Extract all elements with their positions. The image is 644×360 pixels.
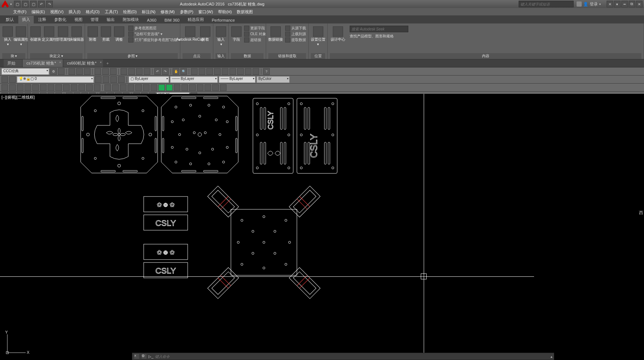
help-icon[interactable]: ▾ [614,1,621,7]
tb-icon[interactable] [103,76,109,83]
plotstyle-dropdown[interactable]: ByColor [257,76,290,83]
app-menu-dropdown[interactable]: ▾ [10,3,12,6]
modify-icon[interactable] [55,84,62,91]
tab-cs660[interactable]: cs660机架 鲤鱼*× [63,59,103,67]
tb-icon[interactable] [191,68,198,75]
osnap-icon[interactable] [104,84,111,91]
modify-icon[interactable] [25,84,31,91]
menu-item[interactable]: 格式(O) [84,8,102,15]
edit-attr-button[interactable]: 编辑属性▾ [15,26,26,47]
color-dropdown[interactable]: ▢ ByLayer [129,76,169,83]
new-tab-button[interactable]: ＋ [104,60,111,66]
ribbon-tab[interactable]: 默认 [2,16,18,23]
viewcube[interactable]: 西 [639,210,643,216]
tb-icon[interactable] [206,68,213,75]
exchange-icon[interactable]: ✕ [607,1,613,7]
hyperlink-button[interactable]: 超链接 [244,37,266,43]
frames-vary-button[interactable]: *边框可变选项* ▾ [128,32,180,37]
ribbon-tab[interactable]: 参数化 [51,16,70,23]
menu-item[interactable]: 参数(P) [178,8,196,15]
modify-icon[interactable] [71,84,77,91]
open-icon[interactable] [76,68,83,75]
menu-item[interactable]: 文件(F) [11,8,29,15]
import-button[interactable]: 输入▾ [216,26,227,47]
modify-icon[interactable] [94,84,100,91]
osnap-icon[interactable] [158,84,165,91]
command-input[interactable] [155,355,549,359]
osnap-icon[interactable] [135,84,142,91]
seek-search-input[interactable] [350,26,408,32]
modify-icon[interactable] [9,84,16,91]
osnap-icon[interactable] [205,84,211,91]
attach-button[interactable]: 附着 [87,26,98,42]
preview-icon[interactable] [102,68,109,75]
field-button[interactable]: 字段 [231,26,242,42]
tab-start[interactable]: 开始 [4,59,22,67]
define-attr-button[interactable]: 定义属性 [43,26,55,42]
cut-icon[interactable] [121,68,127,75]
osnap-icon[interactable] [212,84,219,91]
help-search-input[interactable] [519,1,574,7]
cmd-expand-icon[interactable]: ▴ [551,355,552,359]
minimize-button[interactable]: ━ [621,1,628,7]
download-source-button[interactable]: 从源下载 [285,26,306,31]
drawing-canvas[interactable]: [−][俯视][二维线框] 西 [0,94,644,360]
qat-undo-icon[interactable]: ↶ [38,1,45,7]
insert-block-button[interactable]: 插入▾ [2,26,13,47]
undo-icon[interactable]: ↶ [154,68,161,75]
extract-data-button[interactable]: 提取数据 [285,37,306,43]
ribbon-tab[interactable]: 注释 [34,16,50,23]
qat-new-icon[interactable]: ▢ [14,1,21,7]
create-block-button[interactable]: 创建块 [30,26,41,42]
tool-icon[interactable] [58,68,65,75]
ribbon-tab[interactable]: BIM 360 [161,17,183,23]
workspace-dropdown[interactable]: CCC经典 [1,68,49,75]
tb-icon[interactable] [245,68,251,75]
menu-item[interactable]: 标注(N) [140,8,158,15]
block-editor-button[interactable]: 块编辑器 [71,26,82,42]
osnap-icon[interactable] [151,84,157,91]
pc-attach-button[interactable]: 附着 [200,26,211,42]
tb-icon[interactable] [118,76,125,83]
tb-icon[interactable] [199,68,205,75]
ole-object-button[interactable]: OLE 对象 [244,32,266,37]
print-icon[interactable] [95,68,101,75]
menu-item[interactable]: 插入(I) [66,8,82,15]
osnap-icon[interactable] [197,84,203,91]
menu-item[interactable]: 编辑(E) [29,8,47,15]
menu-item[interactable]: 帮助(H) [216,8,234,15]
linetype-dropdown[interactable]: ─── ByLayer [170,76,218,83]
qat-redo-icon[interactable]: ↷ [46,1,53,7]
tb-icon[interactable] [95,76,102,83]
zoom-icon[interactable]: 🔍 [180,68,187,75]
help-icon[interactable]: ? [263,68,270,75]
set-location-button[interactable]: 设置位置▾ [311,26,325,47]
menu-item[interactable]: 绘图(D) [121,8,139,15]
ribbon-tab[interactable]: 精选应用 [184,16,207,23]
ribbon-tab[interactable]: Performance [208,17,239,23]
osnap-icon[interactable] [166,84,173,91]
osnap-icon[interactable] [181,84,188,91]
snap-underlay-button[interactable]: 打开"捕捉到参考底图"功能 ▾ [128,37,180,43]
new-icon[interactable] [69,68,75,75]
layer-dropdown[interactable]: 💡❄🔒▢ 0 [17,76,94,83]
app-logo[interactable] [1,0,9,8]
menu-item[interactable]: 视图(V) [48,8,66,15]
osnap-icon[interactable] [143,84,150,91]
publish-icon[interactable] [110,68,117,75]
underlay-layers-button[interactable]: 参考底图图层 [128,26,180,31]
adjust-button[interactable]: 调整 [114,26,125,42]
modify-icon[interactable] [1,84,8,91]
qat-save-icon[interactable]: ▢ [30,1,37,7]
ribbon-tab[interactable]: 附加模块 [119,16,143,23]
pan-icon[interactable]: ✋ [173,68,179,75]
modify-icon[interactable] [32,84,39,91]
save-icon[interactable] [84,68,91,75]
ribbon-tab[interactable]: 插入 [18,16,34,23]
redo-icon[interactable]: ↷ [162,68,169,75]
menu-item[interactable]: 数据视图 [235,8,255,15]
ribbon-tab[interactable]: 输出 [103,16,118,23]
osnap-icon[interactable] [174,84,180,91]
gear-icon[interactable]: ⚙ [50,68,57,75]
data-link-button[interactable]: 数据链接 [268,26,283,42]
